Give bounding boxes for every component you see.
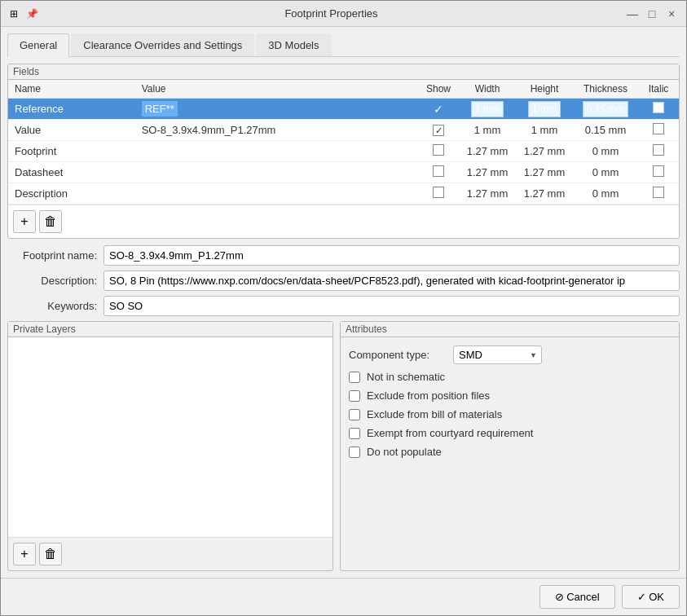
show-checkbox[interactable] <box>433 165 444 177</box>
field-name-cell: Description <box>8 183 135 205</box>
titlebar-left: ⊞ 📌 <box>7 7 38 20</box>
field-show-cell[interactable] <box>418 162 459 183</box>
table-row[interactable]: ReferenceREF**✓1 mm1 mm0.15 mm <box>8 99 679 120</box>
attribute-checkbox-label[interactable]: Not in schematic <box>367 371 445 383</box>
field-show-cell[interactable] <box>418 183 459 205</box>
width-value: 1 mm <box>471 101 504 117</box>
field-thickness-cell: 0 mm <box>573 141 638 162</box>
show-checkmark: ✓ <box>434 103 443 116</box>
footprint-name-row: Footprint name: <box>7 245 680 266</box>
attribute-checkbox[interactable] <box>349 409 360 420</box>
italic-checkbox[interactable] <box>653 165 664 177</box>
field-value-cell[interactable]: REF** <box>135 99 418 120</box>
ok-button[interactable]: ✓ OK <box>622 585 680 609</box>
field-thickness-cell: 0.15 mm <box>573 120 638 141</box>
field-italic-cell[interactable] <box>638 120 679 141</box>
maximize-button[interactable]: □ <box>644 6 660 22</box>
private-layers-buttons: + 🗑 <box>8 537 332 570</box>
private-layers-content <box>8 337 332 537</box>
tab-3d-models[interactable]: 3D Models <box>256 33 331 56</box>
titlebar: ⊞ 📌 Footprint Properties — □ × <box>1 1 686 27</box>
thickness-value: 0.15 mm <box>583 101 629 117</box>
footer: ⊘ Cancel ✓ OK <box>1 578 686 615</box>
col-thickness: Thickness <box>573 80 638 99</box>
table-row[interactable]: ValueSO-8_3.9x4.9mm_P1.27mm✓1 mm1 mm0.15… <box>8 120 679 141</box>
component-type-label: Component type: <box>349 349 447 361</box>
remove-field-button[interactable]: 🗑 <box>39 210 62 233</box>
field-value-cell[interactable] <box>135 183 418 205</box>
table-row[interactable]: Footprint1.27 mm1.27 mm0 mm <box>8 141 679 162</box>
remove-layer-button[interactable]: 🗑 <box>39 543 62 565</box>
field-value-cell[interactable] <box>135 162 418 183</box>
col-italic: Italic <box>638 80 679 99</box>
field-value-cell[interactable] <box>135 141 418 162</box>
field-width-cell: 1.27 mm <box>459 141 516 162</box>
tab-general[interactable]: General <box>7 33 69 57</box>
table-row[interactable]: Datasheet1.27 mm1.27 mm0 mm <box>8 162 679 183</box>
field-italic-cell[interactable] <box>638 141 679 162</box>
italic-checkbox[interactable] <box>653 102 664 113</box>
field-show-cell[interactable]: ✓ <box>418 120 459 141</box>
field-width-cell: 1.27 mm <box>459 162 516 183</box>
cancel-button[interactable]: ⊘ Cancel <box>539 585 615 609</box>
field-italic-cell[interactable] <box>638 183 679 205</box>
attributes-title: Attributes <box>341 322 679 337</box>
add-field-button[interactable]: + <box>13 210 36 233</box>
attribute-checkbox[interactable] <box>349 372 360 383</box>
tab-bar: General Clearance Overrides and Settings… <box>7 33 680 57</box>
description-label: Description: <box>7 275 97 287</box>
attribute-checkbox[interactable] <box>349 390 360 402</box>
description-row: Description: <box>7 271 680 291</box>
component-type-row: Component type: SMD Through hole Unspeci… <box>349 345 671 364</box>
field-width-cell: 1 mm <box>459 99 516 120</box>
field-show-cell[interactable]: ✓ <box>418 99 459 120</box>
field-thickness-cell: 0.15 mm <box>573 99 638 120</box>
field-thickness-cell: 0 mm <box>573 162 638 183</box>
keywords-input[interactable] <box>103 296 680 316</box>
component-type-select[interactable]: SMD Through hole Unspecified <box>453 345 542 364</box>
pin-icon: 📌 <box>25 7 38 20</box>
attribute-checkbox[interactable] <box>349 447 360 458</box>
attribute-checkbox-row: Not in schematic <box>349 371 671 383</box>
attribute-checkbox-row: Exclude from bill of materials <box>349 408 671 420</box>
italic-checkbox[interactable] <box>653 123 664 134</box>
field-name-cell: Footprint <box>8 141 135 162</box>
field-name-cell: Reference <box>8 99 135 120</box>
footprint-name-input[interactable] <box>103 245 680 266</box>
italic-checkbox[interactable] <box>653 144 664 156</box>
tab-clearance[interactable]: Clearance Overrides and Settings <box>71 33 254 56</box>
field-height-cell: 1.27 mm <box>516 141 573 162</box>
show-checkbox[interactable] <box>433 144 444 156</box>
close-button[interactable]: × <box>663 6 680 22</box>
col-show: Show <box>418 80 459 99</box>
attribute-checkbox-label[interactable]: Exempt from courtyard requirement <box>367 427 533 439</box>
footprint-properties-window: ⊞ 📌 Footprint Properties — □ × General C… <box>0 0 687 616</box>
attribute-checkbox[interactable] <box>349 428 360 439</box>
italic-checkbox[interactable] <box>653 187 664 198</box>
attribute-checkbox-label[interactable]: Exclude from position files <box>367 389 490 402</box>
field-name-cell: Value <box>8 120 135 141</box>
field-height-cell: 1 mm <box>516 99 573 120</box>
show-checkbox[interactable] <box>433 187 444 198</box>
description-input[interactable] <box>103 271 680 291</box>
attribute-checkbox-row: Do not populate <box>349 446 671 458</box>
attribute-checkbox-row: Exempt from courtyard requirement <box>349 427 671 439</box>
field-show-cell[interactable] <box>418 141 459 162</box>
col-width: Width <box>459 80 516 99</box>
table-row[interactable]: Description1.27 mm1.27 mm0 mm <box>8 183 679 205</box>
keywords-label: Keywords: <box>7 300 97 312</box>
attributes-box: Attributes Component type: SMD Through h… <box>340 321 680 571</box>
attribute-checkbox-label[interactable]: Exclude from bill of materials <box>367 408 502 420</box>
field-italic-cell[interactable] <box>638 162 679 183</box>
col-name: Name <box>8 80 135 99</box>
minimize-button[interactable]: — <box>624 6 641 22</box>
field-italic-cell[interactable] <box>638 99 679 120</box>
col-height: Height <box>516 80 573 99</box>
height-value: 1 mm <box>528 101 561 117</box>
footprint-name-label: Footprint name: <box>7 249 97 262</box>
attribute-checkbox-label[interactable]: Do not populate <box>367 446 442 458</box>
checkboxes-container: Not in schematicExclude from position fi… <box>349 371 671 458</box>
show-checkbox[interactable]: ✓ <box>433 125 444 136</box>
field-value-cell[interactable]: SO-8_3.9x4.9mm_P1.27mm <box>135 120 418 141</box>
add-layer-button[interactable]: + <box>13 543 36 565</box>
